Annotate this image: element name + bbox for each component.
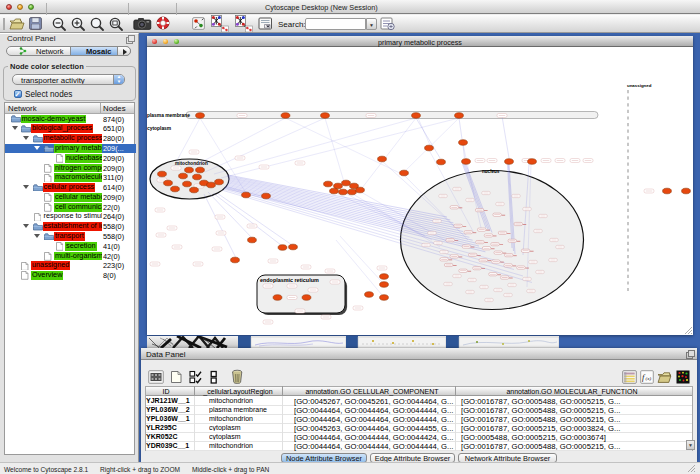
svg-text:plasma membrane: plasma membrane: [147, 113, 190, 118]
svg-text:(x): (x): [646, 376, 652, 381]
svg-text:endoplasmic reticulum: endoplasmic reticulum: [260, 277, 319, 283]
svg-text:unassigned: unassigned: [627, 83, 652, 88]
svg-text:cytoplasm: cytoplasm: [147, 126, 172, 131]
svg-text:nucleus: nucleus: [482, 169, 500, 174]
